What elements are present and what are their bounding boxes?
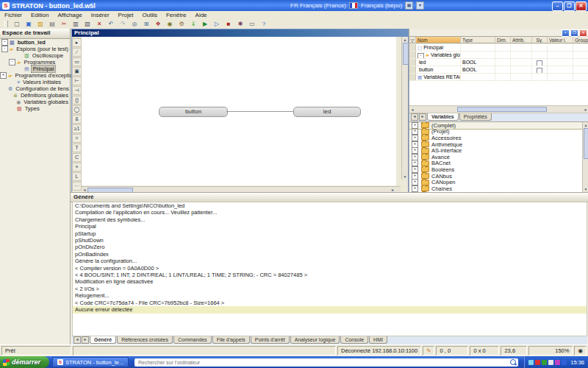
tree-expander[interactable]: + xyxy=(0,72,7,79)
fbd-tool-button[interactable]: ◯ xyxy=(72,105,82,114)
minimize-button[interactable]: – xyxy=(552,1,563,11)
column-header-type[interactable]: Type xyxy=(461,37,495,43)
tree-item[interactable]: ≣ Définitions globales xyxy=(0,92,70,99)
block-category-row[interactable]: + (Projet) xyxy=(409,129,588,135)
fbd-tool-button[interactable]: ∕ xyxy=(72,48,82,57)
fbd-tool-button[interactable]: ⋯ xyxy=(72,182,82,191)
pin-icon[interactable]: ▪ xyxy=(562,29,570,37)
symbol-checkbox[interactable] xyxy=(537,68,542,73)
redo-icon[interactable]: ↷ xyxy=(118,19,128,29)
output-tab[interactable]: File d'appels xyxy=(212,336,250,344)
close-button[interactable]: ✕ xyxy=(576,1,587,11)
block-category-row[interactable]: + (Complet) xyxy=(409,122,588,129)
tray-icon-5[interactable] xyxy=(555,360,560,365)
fbd-tool-button[interactable]: L xyxy=(72,172,82,181)
monitor-icon[interactable]: ▭ xyxy=(247,19,257,29)
output-tab[interactable]: Console xyxy=(340,336,368,344)
output-tab[interactable]: Généré xyxy=(90,336,116,344)
fbd-tool-button[interactable]: & xyxy=(72,115,82,124)
fbd-tool-button[interactable]: ▸ xyxy=(72,38,82,47)
tree-item[interactable]: ≡ Valeurs initiales xyxy=(0,79,70,85)
new-icon[interactable]: ▢ xyxy=(12,19,22,29)
variable-row[interactable]: button BOOL xyxy=(409,66,588,74)
input-language-label[interactable]: FR Français (France) xyxy=(290,2,346,9)
save-icon[interactable]: ▣ xyxy=(24,19,34,29)
block-category-row[interactable]: + Booléens xyxy=(409,166,588,173)
menu-item[interactable]: Insérer xyxy=(87,12,114,18)
fbd-tool-button[interactable]: ⊣ xyxy=(72,86,82,95)
tree-expander[interactable]: - xyxy=(1,39,8,46)
tab-scroll-left-icon[interactable]: ◄ xyxy=(74,336,81,344)
fbd-tool-button[interactable]: = xyxy=(72,134,82,143)
fbd-tool-button[interactable]: ≥1 xyxy=(72,124,82,133)
variables-panel-tab[interactable]: Variables xyxy=(427,113,459,121)
tray-icon-2[interactable] xyxy=(535,360,540,365)
tab-scroll-right-icon[interactable]: ► xyxy=(419,113,426,121)
maximize-panel-icon[interactable]: ❐ xyxy=(570,29,578,37)
block-category-row[interactable]: + Arithmétique xyxy=(409,141,588,148)
start-button[interactable]: démarrer xyxy=(0,356,49,368)
title-bar[interactable]: S STRATON - button_led.w5l FR Français (… xyxy=(0,0,588,11)
options-icon[interactable]: ✱ xyxy=(235,19,245,29)
tray-icon-3[interactable] xyxy=(542,360,547,365)
delete-icon[interactable]: ✕ xyxy=(94,19,104,29)
fbd-tool-button[interactable]: ⊢ xyxy=(72,77,82,85)
menu-item[interactable]: Edition xyxy=(26,12,53,18)
column-header-nom[interactable]: Nom xyxy=(416,37,461,43)
tree-item[interactable]: ▧ Types xyxy=(0,105,70,112)
output-tab[interactable]: Commandes xyxy=(173,336,212,344)
menu-item[interactable]: Fichier xyxy=(0,12,26,18)
fbd-tool-button[interactable]: » xyxy=(72,163,82,171)
undo-icon[interactable]: ↶ xyxy=(106,19,116,29)
block-category-row[interactable]: + Avancé xyxy=(409,154,588,160)
fbd-wire[interactable] xyxy=(226,111,293,112)
fbd-tool-button[interactable]: ▭ xyxy=(72,57,82,66)
close-panel-icon[interactable]: ✕ xyxy=(579,29,587,37)
menu-item[interactable]: Affichage xyxy=(53,12,86,18)
output-tab[interactable]: Analyseur logique xyxy=(290,336,340,344)
tree-item[interactable]: - ▦ button_led xyxy=(0,39,70,46)
tree-item[interactable]: - ▰ Espions (pour le test) xyxy=(0,46,70,52)
output-tab[interactable]: Références croisées xyxy=(117,336,173,344)
tree-item[interactable]: + ▰ Programmes d'exception xyxy=(0,72,70,79)
tab-scroll-left-icon[interactable]: ◄ xyxy=(411,113,418,121)
menu-item[interactable]: Projet xyxy=(114,12,138,18)
print-icon[interactable]: ▤ xyxy=(47,19,57,29)
variable-row[interactable]: led BOOL xyxy=(409,59,588,66)
blocks-icon[interactable]: ❖ xyxy=(153,19,163,29)
filter-icon[interactable]: ▽ xyxy=(409,37,416,43)
block-category-row[interactable]: + BACnet xyxy=(409,160,588,167)
open-icon[interactable]: ▨ xyxy=(35,19,46,29)
variable-row[interactable]: ▢Principal xyxy=(409,44,588,52)
tray-icon-1[interactable] xyxy=(528,360,534,365)
stop-icon[interactable]: ■ xyxy=(223,19,234,29)
tray-icon-4[interactable] xyxy=(548,360,553,365)
tree-item[interactable]: ◉ Variables globales xyxy=(0,99,70,105)
block-category-row[interactable]: + AS-interface xyxy=(409,147,588,154)
grid-horizontal-scrollbar[interactable]: ◄► xyxy=(409,106,588,113)
tab-scroll-right-icon[interactable]: ► xyxy=(82,336,89,344)
menu-item[interactable]: Fenêtre xyxy=(162,12,191,18)
spy-icon[interactable]: ◉ xyxy=(165,19,175,29)
fbd-tool-button[interactable]: T xyxy=(72,144,82,152)
column-header-dim[interactable]: Dim. xyxy=(495,37,511,43)
language-bar-help-icon[interactable]: ▦ xyxy=(405,1,413,10)
restore-button[interactable]: ❐ xyxy=(564,1,575,11)
tree-expander[interactable]: - xyxy=(9,59,15,66)
block-category-row[interactable]: + CANbus xyxy=(409,173,588,180)
keyboard-layout-label[interactable]: Français (bépo) xyxy=(361,2,402,9)
find-icon[interactable]: ◎ xyxy=(129,19,140,29)
variable-row[interactable]: ▥Variables RETAIN xyxy=(409,74,588,81)
column-header-valeur[interactable]: Valeur i. xyxy=(548,37,573,43)
block-category-row[interactable]: + CANopen xyxy=(409,179,588,185)
fbd-block-led[interactable]: led xyxy=(293,107,361,117)
download-icon[interactable]: ⇓ xyxy=(188,19,198,29)
simulate-icon[interactable]: ▶ xyxy=(200,19,210,29)
language-bar-options-icon[interactable]: ▾ xyxy=(416,1,424,10)
editor-vertical-scrollbar[interactable]: ▲ ▼ xyxy=(401,37,408,180)
column-header-sy[interactable]: Sy. xyxy=(532,37,548,43)
build-icon[interactable]: ⚙ xyxy=(176,19,187,29)
tree-item[interactable]: ▥ Oscilloscope xyxy=(0,52,70,59)
paste-icon[interactable]: ▧ xyxy=(82,19,93,29)
taskbar-search-box[interactable] xyxy=(135,358,518,367)
